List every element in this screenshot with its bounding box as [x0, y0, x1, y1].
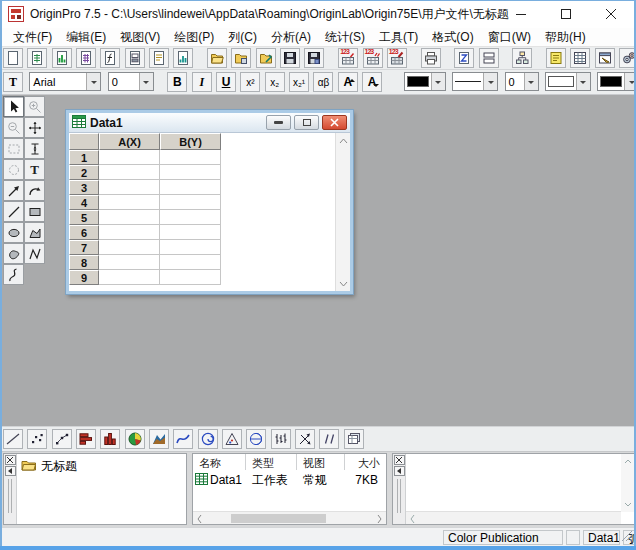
- stock-plot-button[interactable]: [271, 429, 291, 449]
- menu-statistics[interactable]: 统计(S): [318, 28, 372, 47]
- arrow-tool[interactable]: [3, 180, 24, 201]
- curved-arrow-tool[interactable]: [24, 180, 45, 201]
- column-plot-button[interactable]: [100, 429, 120, 449]
- decrease-font-button[interactable]: A: [362, 72, 382, 92]
- new-worksheet-button[interactable]: [27, 48, 47, 68]
- zoom-in-tool[interactable]: [24, 96, 45, 117]
- results-log-button[interactable]: [546, 48, 566, 68]
- new-graph-button[interactable]: [52, 48, 72, 68]
- fill-color-combo[interactable]: [597, 72, 634, 91]
- data-reader-tool[interactable]: [24, 138, 45, 159]
- pie-chart-button[interactable]: [125, 429, 145, 449]
- worksheet-maximize-button[interactable]: [294, 115, 319, 130]
- import-wizard-button[interactable]: 123: [387, 48, 407, 68]
- vector-plot-button[interactable]: [295, 429, 315, 449]
- chevron-down-icon[interactable]: [624, 73, 634, 90]
- line-plot-button[interactable]: [3, 429, 23, 449]
- panel-gripper[interactable]: [8, 479, 12, 513]
- scatter-plot-button[interactable]: [27, 429, 47, 449]
- worksheet-close-button[interactable]: [322, 115, 347, 130]
- project-root-item[interactable]: 无标题: [21, 458, 77, 475]
- results-log-horizontal-scrollbar[interactable]: [406, 511, 621, 524]
- line-width-combo[interactable]: 0: [505, 72, 539, 91]
- polar-plot-button[interactable]: [198, 429, 218, 449]
- area-plot-button[interactable]: [149, 429, 169, 449]
- scroll-down-icon[interactable]: [621, 497, 634, 512]
- open-excel-button[interactable]: [256, 48, 276, 68]
- spline-plot-button[interactable]: [173, 429, 193, 449]
- closed-region-tool[interactable]: [3, 243, 24, 264]
- worksheet-row-header[interactable]: 9: [69, 270, 99, 285]
- worksheet-cell[interactable]: [160, 150, 221, 165]
- worksheet-column-header-1[interactable]: B(Y): [160, 133, 221, 150]
- open-button[interactable]: [207, 48, 227, 68]
- subscript-button[interactable]: x₂: [265, 72, 285, 92]
- new-function-button[interactable]: [100, 48, 120, 68]
- subsuperscript-button[interactable]: x₂¹: [289, 72, 309, 92]
- column-header-size[interactable]: 大小: [345, 454, 386, 470]
- bar-plot-button[interactable]: [76, 429, 96, 449]
- freehand-tool[interactable]: [3, 264, 24, 285]
- new-matrix-button[interactable]: [76, 48, 96, 68]
- panel-collapse-icon[interactable]: [394, 466, 405, 476]
- line-color-combo[interactable]: [404, 72, 446, 91]
- pointer-tool[interactable]: [3, 96, 24, 117]
- worksheet-cell[interactable]: [99, 270, 160, 285]
- chevron-down-icon[interactable]: [524, 73, 538, 90]
- scroll-left-icon[interactable]: [193, 512, 206, 525]
- scroll-right-icon[interactable]: [373, 512, 386, 525]
- zoom-plot-button[interactable]: [319, 429, 339, 449]
- font-name-combo[interactable]: Arial: [29, 72, 101, 91]
- line-style-combo[interactable]: [452, 72, 498, 91]
- increase-font-button[interactable]: A: [338, 72, 358, 92]
- chevron-down-icon[interactable]: [431, 73, 445, 90]
- worksheet-row-header[interactable]: 3: [69, 180, 99, 195]
- text-tool[interactable]: T: [24, 159, 45, 180]
- menu-edit[interactable]: 编辑(E): [59, 28, 113, 47]
- bold-button[interactable]: B: [167, 72, 187, 92]
- line-tool[interactable]: [3, 201, 24, 222]
- smith-chart-button[interactable]: [246, 429, 266, 449]
- worksheet-column-header-0[interactable]: A(X): [99, 133, 160, 150]
- worksheet-view-button[interactable]: [570, 48, 590, 68]
- template-plot-button[interactable]: [344, 429, 364, 449]
- worksheet-row-header[interactable]: 1: [69, 150, 99, 165]
- scroll-up-icon[interactable]: [621, 454, 634, 469]
- menu-tools[interactable]: 工具(T): [372, 28, 425, 47]
- import-multiple-ascii-button[interactable]: 123: [363, 48, 383, 68]
- worksheet-cell[interactable]: [160, 240, 221, 255]
- worksheet-cell[interactable]: [160, 180, 221, 195]
- polyline-tool[interactable]: [24, 243, 45, 264]
- new-layout-button[interactable]: [125, 48, 145, 68]
- column-header-view[interactable]: 视图: [297, 454, 345, 470]
- worksheet-cell[interactable]: [99, 240, 160, 255]
- chevron-down-icon[interactable]: [483, 73, 497, 90]
- script-window-button[interactable]: [595, 48, 615, 68]
- worksheet-window-titlebar[interactable]: Data1: [69, 113, 350, 133]
- worksheet-cell[interactable]: [160, 165, 221, 180]
- open-template-button[interactable]: [231, 48, 251, 68]
- scrollbar-thumb[interactable]: [231, 514, 326, 523]
- scroll-up-icon[interactable]: [336, 133, 350, 148]
- file-list-horizontal-scrollbar[interactable]: [193, 511, 386, 524]
- rectangle-tool[interactable]: [24, 201, 45, 222]
- panel-collapse-icon[interactable]: [5, 466, 16, 476]
- worksheet-cell[interactable]: [99, 255, 160, 270]
- worksheet-cell[interactable]: [99, 210, 160, 225]
- minimize-button[interactable]: [499, 0, 544, 28]
- panel-gripper[interactable]: [397, 479, 401, 513]
- new-project-button[interactable]: [3, 48, 23, 68]
- menu-file[interactable]: 文件(F): [6, 28, 59, 47]
- print-button[interactable]: [421, 48, 441, 68]
- chevron-down-icon[interactable]: [86, 73, 100, 90]
- new-notes-button[interactable]: [149, 48, 169, 68]
- worksheet-cell[interactable]: [160, 210, 221, 225]
- border-style-combo[interactable]: [545, 72, 591, 91]
- column-header-name[interactable]: 名称: [193, 454, 246, 470]
- worksheet-row-header[interactable]: 2: [69, 165, 99, 180]
- menu-format[interactable]: 格式(O): [425, 28, 480, 47]
- column-header-type[interactable]: 类型: [246, 454, 297, 470]
- results-log-vertical-scrollbar[interactable]: [621, 454, 634, 512]
- new-excel-button[interactable]: [173, 48, 193, 68]
- menu-plot[interactable]: 绘图(P): [167, 28, 221, 47]
